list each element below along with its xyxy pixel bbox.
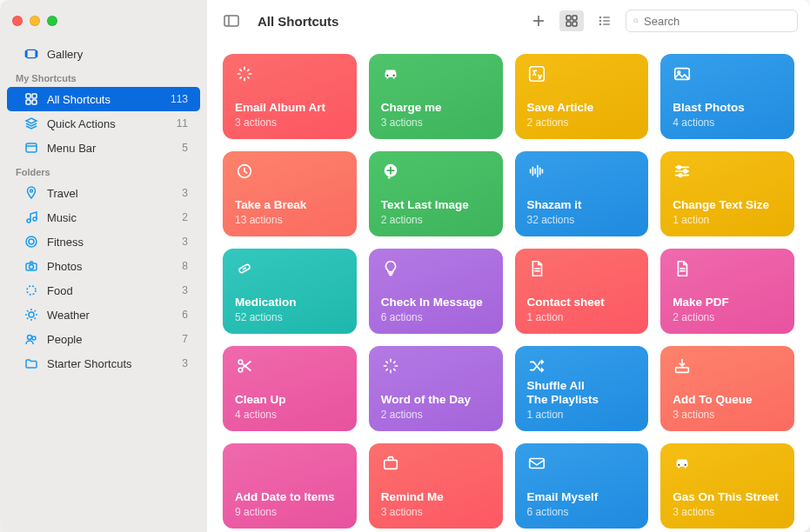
sidebar-item-count: 3 bbox=[182, 187, 188, 199]
shortcut-card-charge-me[interactable]: Charge me3 actions bbox=[369, 54, 503, 139]
shortcut-title: Gas On This Street bbox=[673, 490, 782, 504]
shortcut-actions-count: 3 actions bbox=[673, 506, 782, 518]
sliders-icon bbox=[673, 162, 782, 190]
sidebar-item-quick-actions[interactable]: Quick Actions11 bbox=[7, 111, 200, 136]
svg-rect-33 bbox=[572, 16, 577, 20]
translate-icon bbox=[527, 64, 637, 92]
shortcut-card-word-of-the-day[interactable]: Word of the Day2 actions bbox=[369, 346, 503, 431]
sidebar-item-travel[interactable]: Travel3 bbox=[7, 181, 200, 205]
shortcut-title: Remind Me bbox=[381, 490, 491, 504]
toggle-sidebar-button[interactable] bbox=[219, 10, 244, 31]
sidebar-item-count: 5 bbox=[182, 142, 188, 154]
sidebar-item-people[interactable]: People7 bbox=[7, 327, 200, 351]
svg-rect-3 bbox=[26, 94, 30, 98]
shortcut-card-take-a-break[interactable]: Take a Break13 actions bbox=[223, 151, 357, 236]
svg-point-77 bbox=[685, 464, 686, 466]
svg-rect-74 bbox=[384, 460, 397, 469]
bulb-icon bbox=[381, 259, 491, 287]
list-view-button[interactable] bbox=[592, 10, 617, 31]
svg-point-60 bbox=[678, 166, 681, 170]
shortcut-title: Shazam it bbox=[527, 198, 637, 212]
shortcut-title: Medication bbox=[235, 296, 345, 309]
shortcut-actions-count: 32 actions bbox=[527, 214, 637, 226]
sidebar-item-label: Starter Shortcuts bbox=[47, 357, 182, 370]
image-icon bbox=[673, 64, 782, 92]
shortcut-title: Make PDF bbox=[673, 296, 782, 309]
shortcut-card-text-last-image[interactable]: Text Last Image2 actions bbox=[369, 151, 503, 236]
search-input[interactable] bbox=[644, 15, 790, 28]
sidebar-item-label: Fitness bbox=[47, 236, 182, 249]
svg-rect-40 bbox=[603, 20, 610, 22]
svg-rect-4 bbox=[32, 94, 37, 98]
sidebar-item-menu-bar[interactable]: Menu Bar5 bbox=[7, 136, 200, 160]
shortcut-card-clean-up[interactable]: Clean Up4 actions bbox=[223, 346, 357, 431]
svg-point-70 bbox=[238, 368, 243, 372]
shortcut-actions-count: 52 actions bbox=[235, 311, 345, 323]
pill-icon bbox=[235, 259, 345, 287]
shortcut-actions-count: 2 actions bbox=[381, 214, 491, 226]
sidebar-item-music[interactable]: Music2 bbox=[7, 205, 200, 229]
shortcut-card-change-text-size[interactable]: Change Text Size1 action bbox=[660, 151, 794, 236]
svg-point-69 bbox=[238, 360, 243, 364]
sidebar-item-all-shortcuts[interactable]: All Shortcuts113 bbox=[7, 87, 200, 111]
shortcut-actions-count: 6 actions bbox=[381, 311, 491, 323]
sidebar-item-count: 3 bbox=[182, 236, 188, 248]
shortcut-card-remind-me[interactable]: Remind Me3 actions bbox=[369, 443, 503, 529]
sidebar-item-count: 7 bbox=[182, 333, 188, 345]
shortcut-card-make-pdf[interactable]: Make PDF2 actions bbox=[660, 249, 794, 334]
shortcut-card-gas-on-this-street[interactable]: Gas On This Street3 actions bbox=[660, 443, 794, 529]
sidebar-item-photos[interactable]: Photos8 bbox=[7, 254, 200, 278]
svg-rect-1 bbox=[25, 51, 26, 57]
svg-rect-34 bbox=[566, 22, 571, 26]
svg-point-13 bbox=[29, 239, 34, 244]
shortcut-card-shuffle-all-the-playlists[interactable]: Shuffle AllThe Playlists1 action bbox=[515, 346, 649, 431]
shortcut-card-blast-photos[interactable]: Blast Photos4 actions bbox=[660, 54, 794, 139]
svg-rect-7 bbox=[26, 143, 37, 152]
sidebar-gallery[interactable]: Gallery bbox=[7, 42, 200, 66]
shortcut-card-save-article[interactable]: Save Article2 actions bbox=[515, 54, 649, 139]
search-field[interactable] bbox=[626, 10, 798, 32]
shortcut-card-contact-sheet[interactable]: Contact sheet1 action bbox=[515, 249, 649, 334]
grid-view-button[interactable] bbox=[559, 10, 584, 31]
svg-point-38 bbox=[599, 23, 602, 26]
close-window-button[interactable] bbox=[12, 16, 23, 26]
shortcut-card-email-myself[interactable]: Email Myself6 actions bbox=[515, 443, 649, 529]
svg-point-45 bbox=[392, 75, 394, 76]
shortcut-card-check-in-message[interactable]: Check In Message6 actions bbox=[369, 249, 503, 334]
layers-icon bbox=[23, 116, 40, 130]
minimize-window-button[interactable] bbox=[30, 16, 40, 26]
shortcut-actions-count: 13 actions bbox=[235, 214, 345, 226]
svg-point-9 bbox=[30, 190, 33, 192]
sidebar-gallery-label: Gallery bbox=[47, 48, 188, 61]
sidebar-item-starter-shortcuts[interactable]: Starter Shortcuts3 bbox=[7, 351, 200, 376]
shortcut-card-shazam-it[interactable]: Shazam it32 actions bbox=[515, 151, 649, 236]
briefcase-icon bbox=[381, 454, 491, 482]
shortcut-actions-count: 2 actions bbox=[381, 409, 491, 421]
music-icon bbox=[23, 210, 40, 224]
shortcut-card-email-album-art[interactable]: Email Album Art3 actions bbox=[223, 54, 357, 139]
weather-icon bbox=[23, 308, 40, 322]
sidebar-item-weather[interactable]: Weather6 bbox=[7, 303, 200, 327]
shortcut-card-medication[interactable]: Medication52 actions bbox=[223, 249, 357, 334]
sidebar-item-food[interactable]: Food3 bbox=[7, 278, 200, 303]
svg-rect-75 bbox=[529, 459, 544, 469]
sidebar-item-label: Weather bbox=[47, 309, 182, 322]
shortcut-card-add-to-queue[interactable]: Add To Queue3 actions bbox=[660, 346, 794, 431]
shortcut-card-add-date-to-items[interactable]: Add Date to Items9 actions bbox=[223, 443, 357, 529]
svg-line-43 bbox=[637, 22, 638, 23]
titlebar bbox=[0, 0, 207, 42]
sidebar-item-count: 8 bbox=[182, 260, 188, 272]
shortcut-title: Contact sheet bbox=[527, 296, 637, 309]
sidebar-item-label: Travel bbox=[47, 187, 182, 200]
svg-rect-41 bbox=[603, 23, 610, 25]
shortcut-actions-count: 4 actions bbox=[235, 409, 345, 421]
sparkle-icon bbox=[235, 64, 345, 92]
pin-icon bbox=[23, 186, 40, 200]
sidebar-item-label: Quick Actions bbox=[47, 117, 177, 130]
svg-point-27 bbox=[32, 336, 36, 340]
zoom-window-button[interactable] bbox=[47, 16, 57, 26]
add-shortcut-button[interactable] bbox=[526, 10, 551, 31]
sidebar-item-count: 6 bbox=[182, 309, 188, 321]
sidebar-item-fitness[interactable]: Fitness3 bbox=[7, 229, 200, 254]
sidebar-content: Gallery My ShortcutsAll Shortcuts113Quic… bbox=[0, 42, 207, 532]
